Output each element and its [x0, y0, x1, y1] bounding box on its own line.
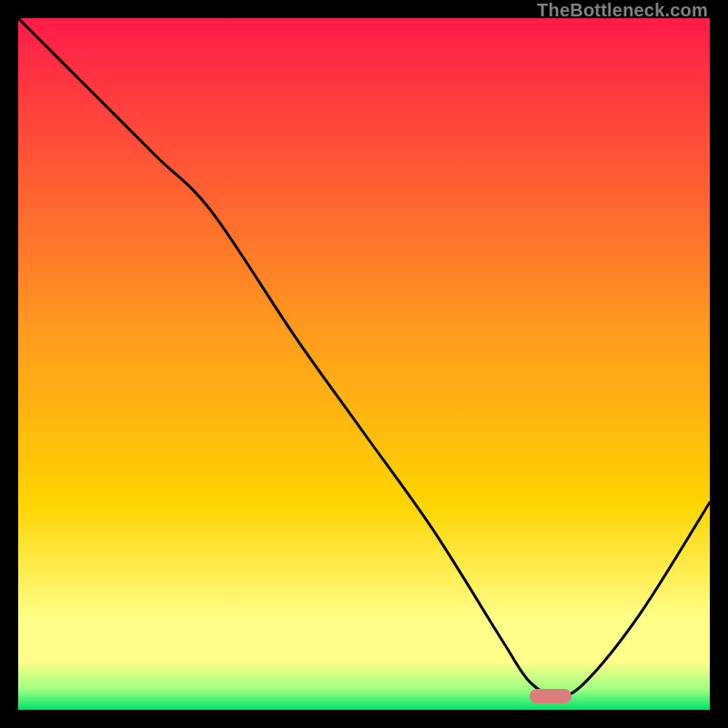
plot-area	[18, 18, 710, 710]
attribution-text: TheBottleneck.com	[537, 0, 708, 21]
optimal-marker	[530, 689, 571, 703]
chart-frame: TheBottleneck.com	[0, 0, 728, 728]
bottleneck-curve	[18, 18, 710, 710]
